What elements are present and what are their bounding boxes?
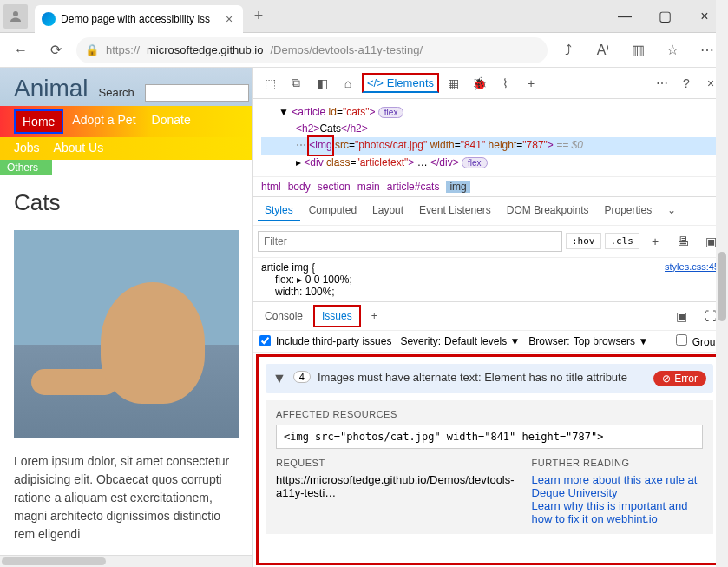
- enter-icon[interactable]: ⤴: [554, 36, 582, 64]
- code-icon: </>: [367, 76, 384, 89]
- bug-icon[interactable]: 🐞: [467, 71, 491, 96]
- profile-icon[interactable]: [3, 4, 28, 29]
- home-icon[interactable]: ⌂: [336, 71, 360, 96]
- page-content: Animal Search Home Adopt a Pet Donate Jo…: [0, 68, 252, 567]
- svg-point-0: [13, 11, 18, 16]
- nav-donate[interactable]: Donate: [145, 109, 198, 134]
- group-checkbox[interactable]: [676, 334, 687, 346]
- issue-item[interactable]: ▼ 4 Images must have alternate text: Ele…: [266, 364, 713, 393]
- drawer-add-icon[interactable]: +: [364, 307, 384, 326]
- error-badge: ⊘ Error: [653, 371, 706, 386]
- search-label: Search: [99, 86, 134, 99]
- new-tab-button[interactable]: +: [246, 4, 271, 29]
- dom-breadcrumb[interactable]: html body section main article#cats img: [253, 176, 728, 196]
- url-path: /Demos/devtools-a11y-testing/: [270, 43, 423, 56]
- url-prefix: https://: [106, 43, 140, 56]
- new-style-icon[interactable]: +: [643, 229, 667, 254]
- window-controls: — ▢ ×: [605, 3, 725, 30]
- drawer-tabs: Console Issues + ▣ ⛶: [253, 301, 728, 331]
- search-input[interactable]: [145, 84, 249, 102]
- cat-image: [14, 230, 239, 438]
- secondary-nav: Jobs About Us: [0, 137, 252, 160]
- issue-count-badge: 4: [293, 371, 311, 383]
- print-icon[interactable]: 🖶: [671, 229, 695, 254]
- minimize-button[interactable]: —: [605, 3, 645, 30]
- browser-dropdown[interactable]: Top browsers ▼: [574, 335, 649, 347]
- properties-tab[interactable]: Properties: [598, 201, 659, 221]
- styles-filter-row: :hov .cls + 🖶 ▣: [253, 226, 728, 258]
- listeners-tab[interactable]: Event Listeners: [412, 201, 498, 221]
- issue-title: Images must have alternate text: Element…: [318, 371, 646, 384]
- styles-tabs: Styles Computed Layout Event Listeners D…: [253, 196, 728, 226]
- issues-filter-bar: Include third-party issues Severity: Def…: [253, 331, 728, 353]
- browser-toolbar: ← ⟳ 🔒 https://microsoftedge.github.io/De…: [0, 33, 728, 68]
- device-icon[interactable]: ⧉: [284, 71, 308, 96]
- edge-favicon: [42, 12, 56, 26]
- third-party-checkbox[interactable]: [259, 335, 271, 346]
- elements-tab[interactable]: </> Elements: [362, 73, 439, 93]
- address-bar[interactable]: 🔒 https://microsoftedge.github.io/Demos/…: [76, 37, 548, 63]
- nav-about[interactable]: About Us: [54, 141, 104, 155]
- page-heading: Cats: [14, 189, 238, 216]
- request-title: REQUEST: [276, 458, 515, 468]
- refresh-button[interactable]: ⟳: [42, 36, 69, 64]
- nav-jobs[interactable]: Jobs: [14, 141, 40, 155]
- hov-toggle[interactable]: :hov: [566, 233, 601, 249]
- drawer-dock-icon[interactable]: ▣: [669, 304, 693, 328]
- primary-nav: Home Adopt a Pet Donate: [0, 106, 252, 137]
- request-url: https://microsoftedge.github.io/Demos/de…: [276, 473, 515, 499]
- help-icon[interactable]: ?: [674, 71, 698, 96]
- nav-adopt[interactable]: Adopt a Pet: [65, 109, 142, 134]
- others-tab[interactable]: Others: [0, 160, 52, 175]
- devtools-scrollbar[interactable]: [716, 68, 728, 567]
- app-icon[interactable]: ▦: [441, 71, 465, 96]
- nav-home[interactable]: Home: [14, 109, 63, 134]
- layout-tab[interactable]: Layout: [365, 201, 410, 221]
- styles-filter-input[interactable]: [258, 231, 562, 252]
- cls-toggle[interactable]: .cls: [605, 233, 640, 249]
- dom-tree[interactable]: ▼ <article id="cats"> flex <h2>Cats</h2>…: [253, 99, 728, 176]
- styles-tab[interactable]: Styles: [258, 201, 300, 221]
- issue-detail: AFFECTED RESOURCES <img src="photos/cat.…: [266, 400, 713, 534]
- devtools: ⬚ ⧉ ◧ ⌂ </> Elements ▦ 🐞 ⌇ + ⋯ ? × ▼ <ar…: [252, 68, 728, 567]
- inspect-icon[interactable]: ⬚: [258, 71, 282, 96]
- browser-tab[interactable]: Demo page with accessibility iss ×: [35, 5, 243, 33]
- css-source-link[interactable]: styles.css:45: [665, 261, 719, 272]
- chevron-down-icon[interactable]: ▼: [272, 371, 286, 386]
- devtools-more-icon[interactable]: ⋯: [650, 71, 674, 96]
- dock-icon[interactable]: ◧: [310, 71, 334, 96]
- affected-code: <img src="photos/cat.jpg" width="841" he…: [276, 425, 703, 449]
- collections-icon[interactable]: ▥: [624, 36, 652, 64]
- maximize-button[interactable]: ▢: [645, 3, 685, 30]
- site-title: Animal: [14, 75, 89, 102]
- favorite-icon[interactable]: ☆: [659, 36, 686, 64]
- horizontal-scrollbar[interactable]: [0, 555, 252, 567]
- back-button[interactable]: ←: [7, 36, 35, 64]
- computed-tab[interactable]: Computed: [302, 201, 364, 221]
- devtools-toolbar: ⬚ ⧉ ◧ ⌂ </> Elements ▦ 🐞 ⌇ + ⋯ ? ×: [253, 68, 728, 99]
- close-tab-icon[interactable]: ×: [222, 12, 236, 26]
- wifi-icon[interactable]: ⌇: [493, 71, 517, 96]
- url-host: microsoftedge.github.io: [147, 43, 263, 56]
- css-rule[interactable]: styles.css:45 article img { flex: ▸ 0 0 …: [253, 258, 728, 301]
- console-tab[interactable]: Console: [258, 307, 310, 326]
- add-tab-icon[interactable]: +: [519, 71, 543, 96]
- read-aloud-icon[interactable]: A⁾: [589, 36, 617, 64]
- tab-title: Demo page with accessibility iss: [61, 13, 217, 25]
- window-titlebar: Demo page with accessibility iss × + — ▢…: [0, 0, 728, 33]
- webhint-link[interactable]: Learn why this is important and how to f…: [532, 499, 688, 525]
- further-reading-title: FURTHER READING: [532, 458, 703, 468]
- severity-dropdown[interactable]: Default levels ▼: [444, 335, 520, 347]
- issues-tab[interactable]: Issues: [313, 305, 361, 327]
- page-paragraph: Lorem ipsum dolor, sit amet consectetur …: [14, 452, 238, 544]
- affected-resources-title: AFFECTED RESOURCES: [276, 409, 703, 419]
- lock-icon: 🔒: [85, 43, 99, 56]
- deque-link[interactable]: Learn more about this axe rule at Deque …: [532, 473, 698, 499]
- issues-panel: ▼ 4 Images must have alternate text: Ele…: [256, 354, 723, 565]
- dom-breakpoints-tab[interactable]: DOM Breakpoints: [500, 201, 596, 221]
- styles-chevron-icon[interactable]: ⌄: [660, 201, 683, 221]
